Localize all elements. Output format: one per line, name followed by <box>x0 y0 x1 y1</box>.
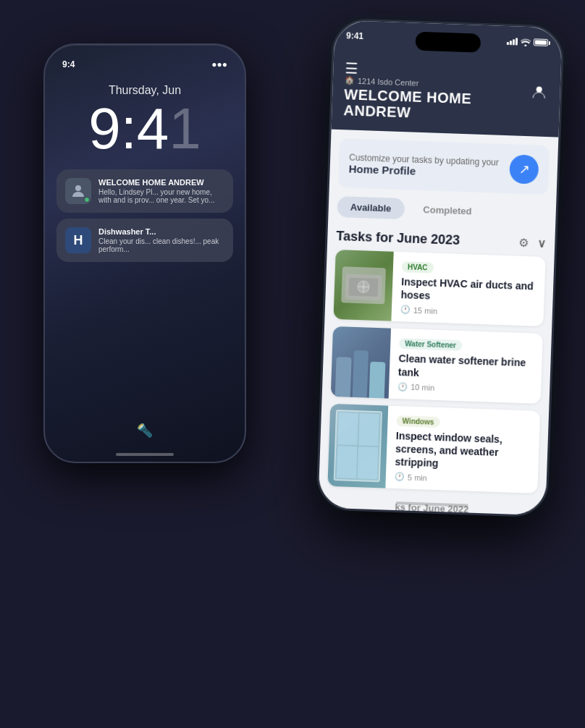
water-tank-1 <box>335 357 352 397</box>
profile-button[interactable] <box>529 82 549 103</box>
task-duration-windows: 5 min <box>408 473 427 482</box>
notification-2-text: Clean your dis... clean dishes!... peak … <box>98 237 224 253</box>
clock-icon-water: 🕐 <box>397 382 408 391</box>
task-card-water[interactable]: Water Softener Clean water softener brin… <box>331 326 543 403</box>
notification-1-sender: WELCOME HOME ANDREW <box>98 178 224 187</box>
arrow-icon: ↗ <box>518 161 530 178</box>
signal-bar-4 <box>515 38 518 45</box>
task-duration-hvac: 15 min <box>413 306 437 316</box>
task-tag-windows: Windows <box>396 415 439 428</box>
banner-button[interactable]: ↗ <box>509 154 539 184</box>
home-profile-banner[interactable]: Customize your tasks by updating your Ho… <box>338 138 550 195</box>
tab-available[interactable]: Available <box>337 196 405 219</box>
task-title-water: Clean water softener brine tank <box>398 352 534 383</box>
front-phone: 9:41 <box>316 18 565 518</box>
settings-icon[interactable]: ⚙ <box>518 236 529 250</box>
home-indicator-back <box>116 453 174 456</box>
tab-completed[interactable]: Completed <box>410 199 485 223</box>
signal-bar-1 <box>507 42 509 45</box>
task-time-hvac: 🕐 15 min <box>400 305 535 318</box>
notification-1-content: WELCOME HOME ANDREW Hello, Lindsey Pl...… <box>98 178 224 204</box>
task-duration-water: 10 min <box>411 383 434 392</box>
task-image-hvac <box>333 250 393 321</box>
tabs-row: Available Completed <box>328 196 556 225</box>
water-tank-3 <box>369 361 385 398</box>
notification-2-content: Dishwasher T... Clean your dis... clean … <box>98 227 224 253</box>
signal-bar-3 <box>513 39 515 45</box>
tab-completed-label: Completed <box>423 204 472 216</box>
flashlight-button[interactable]: 🔦 <box>137 423 153 439</box>
notification-2: H Dishwasher T... Clean your dis... clea… <box>56 219 233 262</box>
lock-date: Thursday, Jun <box>56 84 233 97</box>
task-card-hvac[interactable]: HVAC Inspect HVAC air ducts and hoses 🕐 … <box>333 250 545 326</box>
section-title: Tasks for June 2023 <box>336 229 460 248</box>
water-tank-2 <box>352 350 369 398</box>
lock-time: 9:4 <box>62 59 75 69</box>
clock-icon-windows: 🕐 <box>395 472 405 481</box>
flashlight-icon: 🔦 <box>137 423 153 438</box>
header-title-row: 🏠 1214 Isdo Center WELCOME HOME ANDREW <box>343 75 549 125</box>
status-icons <box>507 38 550 47</box>
lock-hour: 9:41 <box>56 100 233 158</box>
home-icon: 🏠 <box>345 75 355 85</box>
svg-point-0 <box>75 185 81 191</box>
svg-point-1 <box>536 86 542 92</box>
lock-icons: ●●● <box>211 59 227 69</box>
hvac-svg <box>341 266 386 304</box>
window-pane-2 <box>358 413 379 446</box>
task-content-water: Water Softener Clean water softener brin… <box>389 329 543 404</box>
task-tag-hvac: HVAC <box>402 261 434 274</box>
task-image-windows <box>327 404 388 488</box>
notification-1-text: Hello, Lindsey Pl... your new home, with… <box>98 188 224 204</box>
welcome-title: WELCOME HOME ANDREW <box>343 86 529 124</box>
task-time-windows: 🕐 5 min <box>395 472 529 486</box>
section-icons: ⚙ ∨ <box>518 236 547 250</box>
task-content-hvac: HVAC Inspect HVAC air ducts and hoses 🕐 … <box>391 252 545 327</box>
tab-available-label: Available <box>350 202 392 214</box>
banner-text: Customize your tasks by updating your Ho… <box>348 152 510 180</box>
chevron-down-icon[interactable]: ∨ <box>537 237 547 250</box>
window-pane-1 <box>337 412 358 445</box>
location-text: 1214 Isdo Center <box>358 76 419 87</box>
task-content-windows: Windows Inspect window seals, screens, a… <box>385 405 540 494</box>
task-title-hvac: Inspect HVAC air ducts and hoses <box>400 275 536 306</box>
notification-2-icon: H <box>65 227 91 253</box>
lock-time-display: Thursday, Jun 9:41 <box>56 84 233 158</box>
notification-1: WELCOME HOME ANDREW Hello, Lindsey Pl...… <box>56 169 233 213</box>
lock-status-bar: 9:4 ●●● <box>56 56 233 72</box>
battery-icon <box>534 38 550 46</box>
wifi-icon <box>521 38 531 46</box>
app-body: Customize your tasks by updating your Ho… <box>318 130 558 516</box>
hvac-unit-visual <box>341 266 386 304</box>
person-icon <box>531 84 547 101</box>
signal-bar-2 <box>510 41 512 45</box>
task-image-water <box>331 326 391 398</box>
dynamic-island <box>415 32 481 53</box>
online-dot <box>84 197 90 203</box>
task-card-windows[interactable]: Windows Inspect window seals, screens, a… <box>327 404 540 494</box>
window-pane-3 <box>337 446 358 478</box>
back-phone: 9:4 ●●● Thursday, Jun 9:41 WELCOME HOME … <box>43 43 246 463</box>
status-time: 9:41 <box>346 30 364 41</box>
clock-icon-hvac: 🕐 <box>400 305 411 314</box>
notification-1-icon <box>65 178 91 204</box>
task-time-water: 🕐 10 min <box>397 382 532 396</box>
task-tag-water: Water Softener <box>399 338 462 351</box>
water-tanks-visual <box>331 346 390 399</box>
window-pane-4 <box>358 446 379 479</box>
notification-2-sender: Dishwasher T... <box>98 227 224 236</box>
window-visual <box>334 410 382 483</box>
task-title-windows: Inspect window seals, screens, and weath… <box>395 429 531 473</box>
signal-bars-icon <box>507 38 518 46</box>
